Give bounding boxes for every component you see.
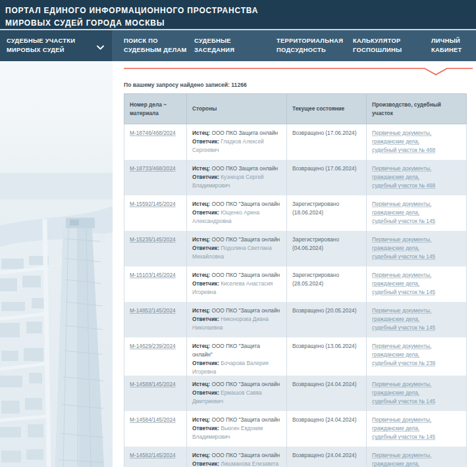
case-number-link[interactable]: М-14588/145/2024 — [130, 381, 176, 387]
defendant-label: Ответчик: — [192, 174, 221, 180]
page-title-line2: МИРОВЫХ СУДЕЙ ГОРОДА МОСКВЫ — [5, 17, 476, 30]
case-number-link[interactable]: М-18733/468/2024 — [130, 165, 176, 172]
table-row: М-18733/468/2024Истец: ООО ПКО Защита он… — [124, 160, 467, 195]
plaintiff-label: Истец: — [192, 381, 211, 387]
case-status: Возвращено (24.04.2024) — [292, 452, 356, 458]
table-row: М-14584/145/2024Истец: ООО ПКО "Защита о… — [124, 411, 467, 447]
nav-item-territorial-jurisdiction-label: ТЕРРИТОРИАЛЬНАЯ ПОДСУДНОСТЬ — [277, 37, 350, 55]
plaintiff-name: ООО ПКО Защита онлайн — [211, 165, 278, 172]
case-number-link[interactable]: М-14584/145/2024 — [130, 416, 176, 423]
plaintiff-label: Истец: — [192, 416, 211, 423]
plaintiff-name: ООО ПКО "Защита онлайн — [211, 272, 280, 278]
production-court-section-link[interactable]: Первичные документы, гражданские дела, с… — [372, 451, 435, 467]
case-status: Зарегистрировано (04.06.2024) — [292, 236, 339, 251]
table-row: М-14629/239/2024Истец: ООО ПКО "Защита о… — [124, 337, 467, 376]
case-status: Возвращено (13.06.2024) — [292, 343, 356, 349]
production-court-section-link[interactable]: Первичные документы, гражданские дела, с… — [372, 342, 435, 368]
page: ПОРТАЛ ЕДИНОГО ИНФОРМАЦИОННОГО ПРОСТРАНС… — [0, 0, 476, 467]
plaintiff-name: ООО ПКО "Защита онлайн — [211, 416, 280, 423]
defendant-label: Ответчик: — [192, 389, 221, 396]
chevron-down-icon — [97, 44, 104, 49]
nav-item-hearings[interactable]: СУДЕБНЫЕ ЗАСЕДАНИЯ — [194, 30, 246, 61]
plaintiff-name: ООО ПКО "Защита онлайн — [211, 452, 280, 458]
table-row: М-15103/145/2024Истец: ООО ПКО "Защита о… — [124, 266, 467, 302]
nav-item-court-districts-label: СУДЕБНЫЕ УЧАСТКИ МИРОВЫХ СУДЕЙ — [7, 37, 93, 55]
plaintiff-name: ООО ПКО "Защита онлайн — [211, 307, 280, 314]
plaintiff-label: Истец: — [192, 201, 211, 207]
column-header-case-number: Номер дела ~ материала — [124, 94, 187, 124]
defendant-label: Ответчик: — [192, 280, 221, 287]
case-status: Зарегистрировано (18.06.2024) — [292, 201, 339, 216]
column-header-production: Производство, судебный участок — [367, 94, 467, 124]
table-row: М-14588/145/2024Истец: ООО ПКО "Защита о… — [124, 376, 467, 411]
results-table-body: М-18746/468/2024Истец: ООО ПКО Защита он… — [124, 124, 467, 467]
production-court-section-link[interactable]: Первичные документы, гражданские дела, с… — [372, 416, 435, 441]
plaintiff-name: ООО ПКО "Защита онлайн — [211, 236, 280, 243]
nav-item-personal-account[interactable]: ЛИЧНЫЙ КАБИНЕТ — [431, 30, 469, 61]
case-status: Возвращено (17.06.2024) — [292, 165, 356, 172]
active-tab-indicator-line — [124, 67, 473, 77]
case-status: Возвращено (24.04.2024) — [292, 416, 356, 423]
case-number-link[interactable]: М-15235/145/2024 — [130, 236, 176, 243]
nav-item-fee-calculator-label: КАЛЬКУЛЯТОР ГОСПОШЛИНЫ — [353, 37, 413, 55]
case-number-link[interactable]: М-14582/145/2024 — [130, 452, 176, 458]
plaintiff-label: Истец: — [192, 307, 211, 314]
defendant-label: Ответчик: — [192, 425, 221, 431]
case-number-link[interactable]: М-14629/239/2024 — [130, 343, 176, 349]
plaintiff-name: ООО ПКО "Защита онлайн — [211, 201, 280, 207]
column-header-parties: Стороны — [187, 94, 287, 124]
page-title-line1: ПОРТАЛ ЕДИНОГО ИНФОРМАЦИОННОГО ПРОСТРАНС… — [5, 5, 476, 17]
production-court-section-link[interactable]: Первичные документы, гражданские дела, с… — [372, 380, 435, 406]
table-row: М-14582/145/2024Истец: ООО ПКО "Защита о… — [124, 447, 467, 467]
plaintiff-name: ООО ПКО Защита онлайн — [211, 130, 278, 136]
production-court-section-link[interactable]: Первичные документы, гражданские дела, с… — [372, 235, 435, 261]
production-court-section-link[interactable]: Первичные документы, гражданские дела, с… — [372, 271, 435, 297]
table-row: М-15592/145/2024Истец: ООО ПКО "Защита о… — [124, 195, 467, 231]
plaintiff-label: Истец: — [192, 165, 211, 172]
page-title: ПОРТАЛ ЕДИНОГО ИНФОРМАЦИОННОГО ПРОСТРАНС… — [0, 0, 476, 29]
case-number-link[interactable]: М-15103/145/2024 — [130, 272, 176, 278]
nav-item-case-search-label: ПОИСК ПО СУДЕБНЫМ ДЕЛАМ — [124, 37, 188, 55]
nav-item-hearings-label: СУДЕБНЫЕ ЗАСЕДАНИЯ — [194, 37, 246, 55]
defendant-label: Ответчик: — [192, 460, 221, 467]
case-status: Возвращено (24.04.2024) — [292, 381, 356, 387]
results-count-label: По вашему запросу найдено записей: — [124, 82, 230, 88]
case-status: Возвращено (17.06.2024) — [292, 130, 356, 136]
defendant-label: Ответчик: — [192, 209, 221, 216]
defendant-label: Ответчик: — [192, 245, 221, 251]
main-nav: СУДЕБНЫЕ УЧАСТКИ МИРОВЫХ СУДЕЙ ПОИСК ПО … — [0, 29, 476, 61]
table-row: М-18746/468/2024Истец: ООО ПКО Защита он… — [124, 124, 467, 160]
defendant-label: Ответчик: — [192, 360, 221, 366]
production-court-section-link[interactable]: Первичные документы, гражданские дела, с… — [372, 200, 435, 226]
case-number-link[interactable]: М-14852/145/2024 — [130, 307, 176, 314]
results-count-value: 11266 — [231, 82, 246, 88]
plaintiff-label: Истец: — [192, 130, 211, 136]
search-results-section: По вашему запросу найдено записей: 11266… — [124, 61, 467, 467]
nav-item-fee-calculator[interactable]: КАЛЬКУЛЯТОР ГОСПОШЛИНЫ — [353, 30, 413, 61]
defendant-label: Ответчик: — [192, 316, 221, 322]
production-court-section-link[interactable]: Первичные документы, гражданские дела, с… — [372, 307, 435, 332]
nav-item-territorial-jurisdiction[interactable]: ТЕРРИТОРИАЛЬНАЯ ПОДСУДНОСТЬ — [277, 30, 350, 61]
nav-item-court-districts[interactable]: СУДЕБНЫЕ УЧАСТКИ МИРОВЫХ СУДЕЙ — [0, 30, 112, 61]
nav-item-personal-account-label: ЛИЧНЫЙ КАБИНЕТ — [431, 37, 469, 55]
cases-table: Номер дела ~ материала Стороны Текущее с… — [124, 93, 467, 467]
nav-item-case-search[interactable]: ПОИСК ПО СУДЕБНЫМ ДЕЛАМ — [124, 30, 188, 61]
table-header-row: Номер дела ~ материала Стороны Текущее с… — [124, 94, 467, 124]
plaintiff-label: Истец: — [192, 343, 211, 349]
case-status: Зарегистрировано (28.05.2024) — [292, 272, 339, 287]
case-number-link[interactable]: М-18746/468/2024 — [130, 130, 176, 136]
plaintiff-label: Истец: — [192, 236, 211, 243]
results-count-line: По вашему запросу найдено записей: 11266 — [124, 82, 467, 88]
background-city-image — [0, 61, 113, 467]
column-header-current-status: Текущее состояние — [287, 94, 367, 124]
case-number-link[interactable]: М-15592/145/2024 — [130, 201, 176, 207]
table-row: М-14852/145/2024Истец: ООО ПКО "Защита о… — [124, 302, 467, 337]
case-status: Возвращено (20.05.2024) — [292, 307, 356, 314]
production-court-section-link[interactable]: Первичные документы, гражданские дела, с… — [372, 164, 435, 190]
plaintiff-name: ООО ПКО "Защита онлайн — [211, 381, 280, 387]
production-court-section-link[interactable]: Первичные документы, гражданские дела, с… — [372, 129, 435, 155]
plaintiff-label: Истец: — [192, 452, 211, 458]
site-header: ПОРТАЛ ЕДИНОГО ИНФОРМАЦИОННОГО ПРОСТРАНС… — [0, 0, 476, 29]
city-aerial-illustration — [0, 61, 113, 467]
plaintiff-label: Истец: — [192, 272, 211, 278]
